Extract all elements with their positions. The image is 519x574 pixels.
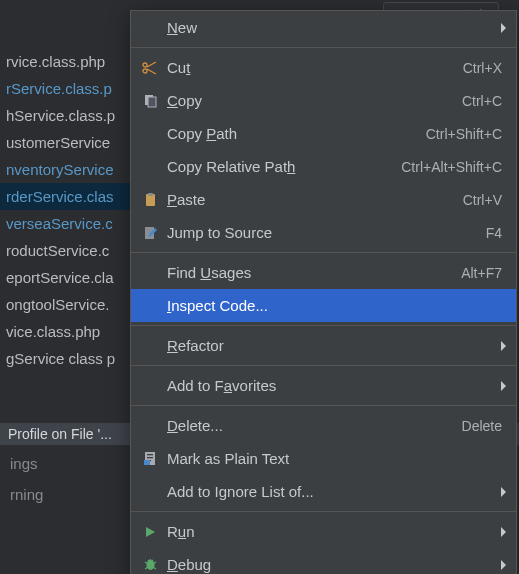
file-item[interactable]: verseaService.c xyxy=(0,210,130,237)
menu-paste[interactable]: Paste Ctrl+V xyxy=(131,183,516,216)
file-item[interactable]: vice.class.php xyxy=(0,318,130,345)
menu-new[interactable]: New xyxy=(131,11,516,44)
menu-label: Copy Relative Path xyxy=(167,158,295,175)
submenu-arrow-icon xyxy=(501,527,506,537)
svg-rect-3 xyxy=(148,193,153,196)
bottom-item[interactable]: ings xyxy=(0,448,53,479)
file-item[interactable]: ustomerService xyxy=(0,129,130,156)
menu-add-to-favorites[interactable]: Add to Favorites xyxy=(131,369,516,402)
menu-delete[interactable]: Delete... Delete xyxy=(131,409,516,442)
shortcut: Alt+F7 xyxy=(461,265,502,281)
menu-refactor[interactable]: Refactor xyxy=(131,329,516,362)
file-tree: rvice.class.php rService.class.p hServic… xyxy=(0,48,130,372)
paste-icon xyxy=(141,192,159,207)
menu-label: Run xyxy=(167,523,195,540)
menu-cut[interactable]: Cut Ctrl+X xyxy=(131,51,516,84)
menu-label: Copy xyxy=(167,92,202,109)
menu-separator xyxy=(131,365,516,366)
shortcut: Ctrl+C xyxy=(462,93,502,109)
menu-jump-to-source[interactable]: Jump to Source F4 xyxy=(131,216,516,249)
file-item[interactable]: gService class p xyxy=(0,345,130,372)
menu-find-usages[interactable]: Find Usages Alt+F7 xyxy=(131,256,516,289)
menu-separator xyxy=(131,252,516,253)
menu-label: Find Usages xyxy=(167,264,251,281)
menu-label: Add to Ignore List of... xyxy=(167,483,314,500)
edit-source-icon xyxy=(141,225,159,240)
file-item[interactable]: nventoryService xyxy=(0,156,130,183)
menu-label: Delete... xyxy=(167,417,223,434)
svg-rect-1 xyxy=(148,97,156,107)
bottom-item[interactable]: rning xyxy=(0,479,53,510)
menu-label: Inspect Code... xyxy=(167,297,268,314)
menu-label: Add to Favorites xyxy=(167,377,276,394)
menu-label: New xyxy=(167,19,197,36)
file-item-selected[interactable]: rderService.clas xyxy=(0,183,130,210)
submenu-arrow-icon xyxy=(501,560,506,570)
menu-label: Copy Path xyxy=(167,125,237,142)
plain-text-icon xyxy=(141,451,159,466)
file-item[interactable]: hService.class.p xyxy=(0,102,130,129)
scissors-icon xyxy=(141,60,159,76)
svg-rect-7 xyxy=(147,457,153,458)
menu-label: Paste xyxy=(167,191,205,208)
context-menu: New Cut Ctrl+X Copy Ctrl+C Copy Path Ctr… xyxy=(130,10,517,574)
menu-add-to-ignore[interactable]: Add to Ignore List of... xyxy=(131,475,516,508)
menu-copy[interactable]: Copy Ctrl+C xyxy=(131,84,516,117)
shortcut: Ctrl+V xyxy=(463,192,502,208)
submenu-arrow-icon xyxy=(501,341,506,351)
file-item[interactable]: eportService.cla xyxy=(0,264,130,291)
menu-copy-path[interactable]: Copy Path Ctrl+Shift+C xyxy=(131,117,516,150)
svg-point-10 xyxy=(146,560,154,570)
submenu-arrow-icon xyxy=(501,487,506,497)
file-item[interactable]: ongtoolService. xyxy=(0,291,130,318)
svg-rect-6 xyxy=(147,454,153,455)
debug-icon xyxy=(141,557,159,572)
file-item[interactable]: roductService.c xyxy=(0,237,130,264)
menu-label: Jump to Source xyxy=(167,224,272,241)
menu-label: Refactor xyxy=(167,337,224,354)
copy-icon xyxy=(141,93,159,108)
menu-run[interactable]: Run xyxy=(131,515,516,548)
submenu-arrow-icon xyxy=(501,23,506,33)
menu-separator xyxy=(131,325,516,326)
shortcut: F4 xyxy=(486,225,502,241)
bottom-panel: ings rning xyxy=(0,448,53,510)
menu-label: Cut xyxy=(167,59,190,76)
shortcut: Delete xyxy=(462,418,502,434)
menu-copy-relative-path[interactable]: Copy Relative Path Ctrl+Alt+Shift+C xyxy=(131,150,516,183)
shortcut: Ctrl+X xyxy=(463,60,502,76)
shortcut: Ctrl+Alt+Shift+C xyxy=(401,159,502,175)
menu-mark-plain-text[interactable]: Mark as Plain Text xyxy=(131,442,516,475)
svg-rect-9 xyxy=(144,460,150,465)
menu-separator xyxy=(131,47,516,48)
file-item[interactable]: rService.class.p xyxy=(0,75,130,102)
menu-separator xyxy=(131,405,516,406)
submenu-arrow-icon xyxy=(501,381,506,391)
menu-label: Mark as Plain Text xyxy=(167,450,289,467)
menu-debug[interactable]: Debug xyxy=(131,548,516,574)
menu-inspect-code[interactable]: Inspect Code... xyxy=(131,289,516,322)
file-item[interactable]: rvice.class.php xyxy=(0,48,130,75)
shortcut: Ctrl+Shift+C xyxy=(426,126,502,142)
menu-separator xyxy=(131,511,516,512)
run-icon xyxy=(141,525,159,539)
menu-label: Debug xyxy=(167,556,211,573)
